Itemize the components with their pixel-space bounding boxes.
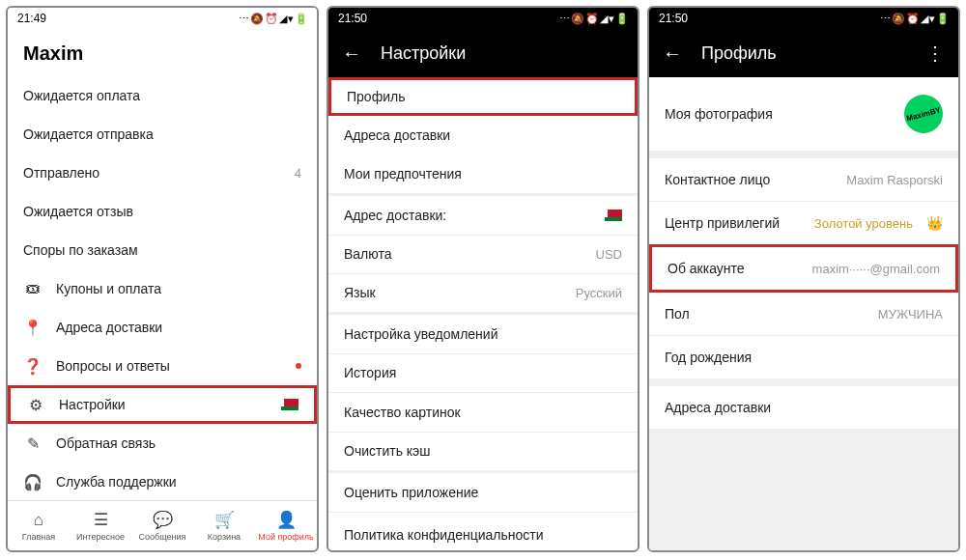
profile-detail-list: Моя фотография MaximBY Контактное лицо M…: [649, 77, 958, 550]
row-photo[interactable]: Моя фотография MaximBY: [649, 77, 958, 151]
back-icon[interactable]: ←: [663, 42, 682, 65]
row-addresses[interactable]: Адреса доставки: [649, 386, 958, 429]
pin-icon: 📍: [23, 319, 43, 337]
pencil-icon: ✎: [23, 434, 43, 453]
cart-icon: 🛒: [214, 510, 235, 530]
home-icon: ⌂: [34, 511, 43, 530]
row-notifications[interactable]: Настройка уведомлений: [328, 315, 638, 353]
row-ship-addresses[interactable]: Адреса доставки: [328, 116, 638, 154]
phone-profile-detail: 21:50 ⋯ 🔕 ⏰ ◢ ▾ 🔋 ← Профиль ⋮ Моя фотогр…: [647, 6, 960, 552]
profile-list: Ожидается оплата Ожидается отправка Отпр…: [8, 76, 317, 500]
row-birth[interactable]: Год рождения: [649, 336, 958, 378]
bottom-nav: ⌂Главная ☰Интересное 💬Сообщения 🛒Корзина…: [8, 500, 317, 550]
nav-feed[interactable]: ☰Интересное: [70, 501, 131, 550]
gear-icon: ⚙: [26, 396, 45, 414]
privilege-value: Золотой уровень: [814, 216, 913, 231]
question-icon: ❓: [23, 357, 43, 376]
status-time: 21:50: [338, 12, 367, 25]
header-title: Профиль: [701, 43, 777, 64]
row-awaiting-shipment[interactable]: Ожидается отправка: [8, 115, 317, 154]
row-settings[interactable]: ⚙ Настройки: [8, 385, 317, 424]
row-privilege[interactable]: Центр привилегий Золотой уровень 👑: [649, 202, 958, 244]
status-icons: ⋯ 🔕 ⏰ ◢ ▾ 🔋: [239, 13, 307, 25]
separator: [649, 151, 958, 158]
row-language[interactable]: Язык Русский: [328, 273, 638, 312]
header: ← Настройки: [328, 29, 638, 77]
row-currency[interactable]: Валюта USD: [328, 235, 638, 273]
status-bar: 21:49 ⋯ 🔕 ⏰ ◢ ▾ 🔋: [8, 8, 317, 29]
status-icons: ⋯ 🔕 ⏰ ◢ ▾ 🔋: [880, 13, 949, 25]
gender-value: МУЖЧИНА: [878, 307, 943, 322]
nav-profile[interactable]: 👤Мой профиль: [255, 501, 317, 550]
nav-messages[interactable]: 💬Сообщения: [131, 501, 193, 550]
row-history[interactable]: История: [328, 353, 638, 392]
row-coupons[interactable]: 🎟 Купоны и оплата: [8, 269, 317, 308]
flag-belarus-icon: [281, 399, 298, 410]
separator: [649, 378, 958, 386]
avatar: MaximBY: [900, 91, 948, 138]
account-value: maxim······@gmail.com: [812, 262, 940, 276]
row-awaiting-review[interactable]: Ожидается отзыв: [8, 192, 317, 231]
currency-value: USD: [596, 247, 622, 262]
feed-icon: ☰: [94, 510, 108, 530]
status-icons: ⋯ 🔕 ⏰ ◢ ▾ 🔋: [559, 13, 628, 25]
header: ← Профиль ⋮: [649, 29, 958, 77]
row-account[interactable]: Об аккаунте maxim······@gmail.com: [649, 244, 958, 293]
phone-settings: 21:50 ⋯ 🔕 ⏰ ◢ ▾ 🔋 ← Настройки Профиль Ад…: [327, 6, 639, 552]
row-disputes[interactable]: Споры по заказам: [8, 231, 317, 269]
headset-icon: 🎧: [23, 473, 43, 491]
chat-icon: 💬: [153, 510, 173, 530]
language-value: Русский: [576, 286, 622, 300]
row-ship-address[interactable]: Адрес доставки:: [328, 196, 638, 235]
back-icon[interactable]: ←: [342, 42, 361, 65]
nav-cart[interactable]: 🛒Корзина: [193, 501, 255, 550]
status-time: 21:50: [659, 12, 688, 25]
row-contact[interactable]: Контактное лицо Maxim Rasporski: [649, 158, 958, 201]
row-rate[interactable]: Оценить приложение: [328, 473, 638, 512]
row-support[interactable]: 🎧 Служба поддержки: [8, 462, 317, 500]
notification-dot: [296, 363, 301, 369]
row-profile[interactable]: Профиль: [328, 77, 638, 116]
status-bar: 21:50 ⋯ 🔕 ⏰ ◢ ▾ 🔋: [649, 8, 958, 29]
phone-profile: 21:49 ⋯ 🔕 ⏰ ◢ ▾ 🔋 Maxim Ожидается оплата…: [6, 6, 319, 552]
shipped-count: 4: [295, 166, 301, 181]
status-time: 21:49: [17, 12, 46, 25]
row-preferences[interactable]: Мои предпочтения: [328, 154, 638, 193]
separator: [649, 429, 958, 550]
more-icon[interactable]: ⋮: [925, 42, 945, 65]
settings-list: Профиль Адреса доставки Мои предпочтения…: [328, 77, 638, 550]
nav-home[interactable]: ⌂Главная: [8, 501, 70, 550]
flag-belarus-icon: [605, 210, 622, 221]
row-privacy[interactable]: Политика конфиденциальности: [328, 512, 638, 550]
row-clear-cache[interactable]: Очистить кэш: [328, 432, 638, 470]
ticket-icon: 🎟: [23, 280, 43, 297]
status-bar: 21:50 ⋯ 🔕 ⏰ ◢ ▾ 🔋: [328, 8, 638, 29]
person-icon: 👤: [276, 510, 297, 530]
row-awaiting-payment[interactable]: Ожидается оплата: [8, 76, 317, 115]
header-title: Настройки: [381, 43, 466, 64]
row-feedback[interactable]: ✎ Обратная связь: [8, 424, 317, 462]
row-addresses[interactable]: 📍 Адреса доставки: [8, 308, 317, 347]
user-name: Maxim: [8, 29, 317, 76]
row-shipped[interactable]: Отправлено 4: [8, 154, 317, 192]
contact-value: Maxim Rasporski: [846, 173, 943, 187]
crown-icon: 👑: [926, 215, 943, 231]
row-gender[interactable]: Пол МУЖЧИНА: [649, 293, 958, 335]
row-qa[interactable]: ❓ Вопросы и ответы: [8, 347, 317, 385]
row-image-quality[interactable]: Качество картинок: [328, 393, 638, 432]
